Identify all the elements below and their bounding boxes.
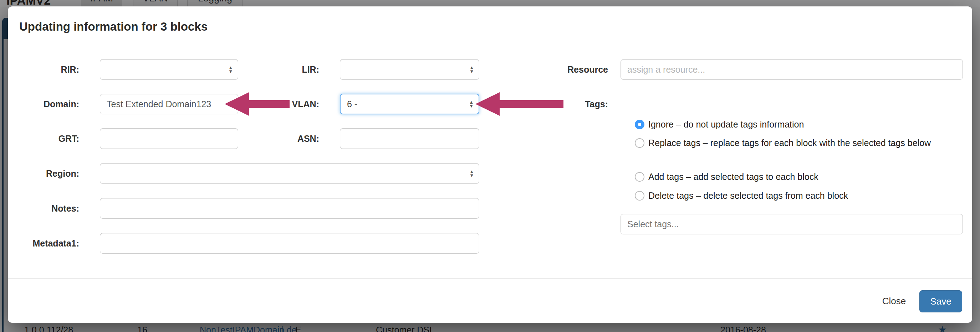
- modal-title-prefix: Updating information for: [19, 20, 161, 33]
- resource-input[interactable]: [620, 59, 963, 80]
- select-caret-icon: ▲ ▼: [228, 66, 233, 73]
- tag-option-label: Add tags – add selected tags to each blo…: [648, 169, 818, 184]
- vlan-select-value: 6 -: [347, 99, 357, 109]
- screen: IPAMV2 IPAM VLAN Logging 1.0.0.112/28 16…: [0, 0, 980, 332]
- save-button[interactable]: Save: [920, 290, 962, 312]
- modal-title-suffix: blocks: [167, 20, 208, 33]
- metadata1-input[interactable]: [100, 233, 479, 254]
- select-caret-icon: ▲ ▼: [469, 169, 474, 177]
- select-caret-icon: ▲ ▼: [469, 100, 474, 108]
- select-tags-input[interactable]: [620, 214, 963, 234]
- tag-option-delete[interactable]: Delete tags – delete selected tags from …: [635, 188, 848, 203]
- asn-input[interactable]: [340, 128, 479, 149]
- grt-label: GRT:: [19, 128, 79, 149]
- tag-option-replace[interactable]: Replace tags – replace tags for each blo…: [635, 136, 931, 150]
- arrow-head: [225, 92, 249, 116]
- domain-input[interactable]: [100, 94, 238, 114]
- close-button[interactable]: Close: [875, 290, 914, 312]
- rir-label: RIR:: [19, 59, 79, 80]
- rir-select[interactable]: ▲ ▼: [100, 59, 238, 80]
- header-divider: [8, 41, 972, 41]
- domain-label: Domain:: [19, 94, 79, 114]
- lir-select[interactable]: ▲ ▼: [340, 59, 479, 80]
- modal-title: Updating information for 3 blocks: [19, 20, 208, 33]
- caret-down-icon: ▼: [469, 174, 474, 177]
- caret-down-icon: ▼: [228, 70, 233, 73]
- radio-icon[interactable]: [635, 172, 644, 182]
- radio-selected-icon[interactable]: [635, 120, 644, 129]
- caret-down-icon: ▼: [469, 70, 474, 73]
- modal-title-count: 3: [161, 20, 167, 33]
- tag-option-label: Delete tags – delete selected tags from …: [648, 188, 848, 203]
- footer-divider: [8, 278, 972, 278]
- metadata1-label: Metadata1:: [19, 233, 79, 254]
- radio-icon[interactable]: [635, 138, 644, 148]
- tag-option-ignore[interactable]: Ignore – do not update tags information: [635, 117, 804, 131]
- grt-input[interactable]: [100, 128, 238, 149]
- region-select[interactable]: ▲ ▼: [100, 163, 479, 184]
- update-blocks-modal: Updating information for 3 blocks RIR: ▲…: [8, 6, 972, 323]
- notes-label: Notes:: [19, 198, 79, 219]
- asn-label: ASN:: [251, 128, 319, 149]
- radio-icon[interactable]: [635, 191, 644, 201]
- select-caret-icon: ▲ ▼: [469, 66, 474, 73]
- arrow-head: [476, 92, 500, 116]
- tag-option-add[interactable]: Add tags – add selected tags to each blo…: [635, 169, 818, 184]
- resource-label: Resource: [537, 59, 608, 80]
- notes-input[interactable]: [100, 198, 479, 219]
- region-label: Region:: [19, 163, 79, 184]
- arrow-shaft: [499, 100, 563, 108]
- vlan-select[interactable]: 6 - ▲ ▼: [340, 94, 479, 114]
- tag-option-label: Replace tags – replace tags for each blo…: [648, 136, 931, 150]
- caret-down-icon: ▼: [469, 104, 474, 108]
- lir-label: LIR:: [251, 59, 319, 80]
- tag-option-label: Ignore – do not update tags information: [648, 117, 804, 131]
- arrow-shaft: [248, 100, 290, 108]
